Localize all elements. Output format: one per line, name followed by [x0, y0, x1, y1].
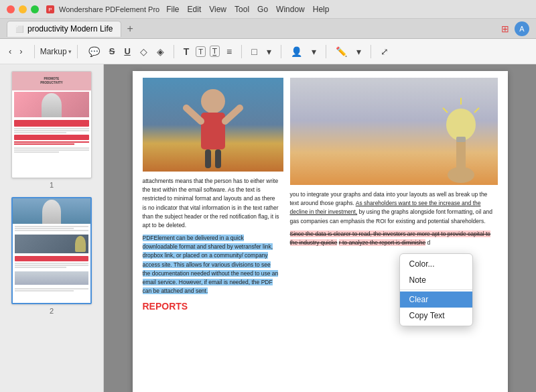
- ctx-color[interactable]: Color...: [400, 256, 472, 272]
- page-number-1: 1: [50, 181, 54, 189]
- avatar[interactable]: A: [515, 21, 529, 36]
- note-icon[interactable]: ≡: [224, 45, 234, 58]
- content-area: attachments means that the person has to…: [104, 64, 536, 392]
- separator-1: [34, 45, 35, 58]
- sidebar: PROMOTEPRODUCTIVITY: [0, 64, 104, 392]
- color-icon[interactable]: ▾: [264, 45, 274, 58]
- close-button[interactable]: [7, 5, 15, 13]
- menu-tool[interactable]: Tool: [234, 5, 249, 14]
- back-button[interactable]: ‹: [5, 44, 15, 58]
- separator-3: [174, 45, 174, 58]
- thumbnail-2[interactable]: 2: [5, 197, 98, 315]
- svg-rect-17: [290, 78, 498, 185]
- new-tab-button[interactable]: +: [127, 23, 133, 35]
- menu-view[interactable]: View: [209, 5, 226, 14]
- left-text-1: attachments means that the person has to…: [143, 177, 280, 230]
- ctx-clear[interactable]: Clear: [400, 291, 472, 308]
- svg-rect-7: [205, 149, 211, 168]
- minimize-button[interactable]: [19, 5, 27, 13]
- menu-edit[interactable]: Edit: [188, 5, 202, 14]
- page-number-2: 2: [50, 307, 54, 315]
- separator-4: [241, 45, 242, 58]
- menu-go[interactable]: Go: [257, 5, 268, 14]
- highlight-erase-icon[interactable]: ◈: [154, 45, 167, 58]
- forward-button[interactable]: ›: [16, 44, 25, 58]
- thumb-page-2[interactable]: [11, 197, 92, 304]
- separator-2: [77, 45, 78, 58]
- pen-arrow-icon[interactable]: ▾: [354, 45, 364, 58]
- pen-icon[interactable]: ✏️: [333, 45, 350, 58]
- ctx-separator: [400, 289, 472, 290]
- tab-productivity[interactable]: ⬜ productivity Modern Life: [7, 21, 121, 37]
- page-left-column: attachments means that the person has to…: [133, 71, 287, 320]
- page-right-column: you to integrate your graphs and data in…: [287, 71, 508, 320]
- right-strike-text: Since the data is clearer to read, the i…: [290, 230, 498, 247]
- separator-5: [281, 45, 281, 58]
- menu-bar: File Edit View Tool Go Window Help: [166, 5, 329, 14]
- text-box-icon[interactable]: T: [196, 46, 206, 57]
- fullscreen-button[interactable]: [31, 5, 39, 13]
- pdf-page: attachments means that the person has to…: [133, 71, 508, 392]
- svg-text:P: P: [48, 7, 52, 13]
- expand-icon[interactable]: ⤢: [378, 45, 391, 58]
- svg-rect-4: [201, 113, 225, 149]
- strikethrough-icon[interactable]: S: [107, 45, 118, 58]
- context-menu: Color... Note Clear Copy Text: [399, 253, 473, 326]
- reports-heading: REPORTS: [143, 300, 280, 314]
- separator-6: [326, 45, 326, 58]
- tabbar: ⬜ productivity Modern Life + ⊞ A: [0, 19, 536, 39]
- app-icon: P: [46, 5, 55, 14]
- text-tools: 💬 S U ◇ ◈ T T T̲ ≡ □ ▾ 👤 ▾ ✏️ ▾ ⤢: [86, 45, 391, 58]
- markup-dropdown[interactable]: Markup ▾: [40, 47, 72, 56]
- thumbnail-1[interactable]: PROMOTEPRODUCTIVITY: [5, 71, 98, 189]
- blue-highlight-span: PDFElement can be delivered in a quick d…: [143, 235, 279, 294]
- eraser-icon[interactable]: ◇: [137, 45, 150, 58]
- menu-window[interactable]: Window: [276, 5, 305, 14]
- right-image-svg: [290, 78, 498, 185]
- titlebar: P Wondershare PDFelement Pro File Edit V…: [0, 0, 536, 19]
- traffic-lights: [7, 5, 39, 13]
- menu-help[interactable]: Help: [313, 5, 330, 14]
- left-image: [143, 78, 283, 172]
- tab-pdf-icon: ⬜: [15, 25, 23, 33]
- replace-icon[interactable]: T̲: [210, 46, 220, 57]
- person-image-svg: [143, 78, 283, 172]
- ctx-copy-text[interactable]: Copy Text: [400, 308, 472, 324]
- user-icon[interactable]: 👤: [288, 45, 305, 58]
- strikethrough-highlight-2: r to analyze the report is diminishe: [339, 239, 425, 246]
- svg-rect-8: [215, 149, 221, 168]
- app-name: P Wondershare PDFelement Pro: [46, 5, 159, 14]
- right-image: [290, 78, 498, 185]
- thumb-page-1[interactable]: PROMOTEPRODUCTIVITY: [11, 71, 92, 178]
- user-arrow-icon[interactable]: ▾: [309, 45, 319, 58]
- tab-label: productivity Modern Life: [27, 24, 113, 34]
- underline-icon[interactable]: U: [121, 45, 133, 58]
- grid-icon[interactable]: ⊞: [501, 23, 509, 34]
- text-icon[interactable]: T: [181, 45, 192, 58]
- comment-icon[interactable]: 💬: [86, 45, 103, 58]
- ctx-note[interactable]: Note: [400, 272, 472, 288]
- left-highlighted-text: PDFElement can be delivered in a quick d…: [143, 234, 280, 296]
- svg-point-3: [201, 89, 225, 113]
- toolbar: ‹ › Markup ▾ 💬 S U ◇ ◈ T T T̲ ≡ □ ▾ 👤 ▾ …: [0, 39, 536, 64]
- menu-file[interactable]: File: [166, 5, 179, 14]
- main-layout: PROMOTEPRODUCTIVITY: [0, 64, 536, 392]
- nav-buttons: ‹ ›: [5, 44, 26, 58]
- separator-7: [371, 45, 371, 58]
- tab-right-controls: ⊞ A: [501, 21, 529, 36]
- rectangle-icon[interactable]: □: [249, 45, 259, 58]
- right-text-top: you to integrate your graphs and data in…: [290, 190, 498, 226]
